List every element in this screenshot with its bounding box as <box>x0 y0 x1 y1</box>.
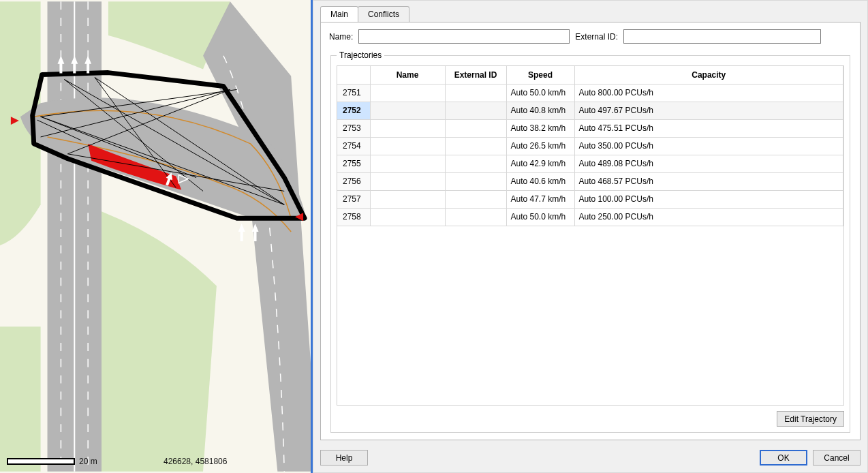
map-viewport[interactable]: 20 m 426628, 4581806 <box>0 0 313 473</box>
col-header-speed[interactable]: Speed <box>506 66 574 84</box>
cell-capacity[interactable]: Auto 497.67 PCUs/h <box>574 102 843 119</box>
table-row[interactable]: 2755Auto 42.9 km/hAuto 489.08 PCUs/h <box>337 155 843 172</box>
col-header-external-id[interactable]: External ID <box>445 66 506 84</box>
cell-external-id[interactable] <box>445 172 506 190</box>
cell-name[interactable] <box>370 155 445 172</box>
cell-external-id[interactable] <box>445 137 506 155</box>
cell-id[interactable]: 2754 <box>337 137 370 155</box>
map-scale: 20 m <box>7 457 97 466</box>
external-id-field[interactable] <box>623 29 821 44</box>
table-row[interactable]: 2753Auto 38.2 km/hAuto 475.51 PCUs/h <box>337 119 843 137</box>
cell-external-id[interactable] <box>445 119 506 137</box>
external-id-label: External ID: <box>575 32 618 42</box>
trajectories-table[interactable]: Name External ID Speed Capacity 2751Auto… <box>337 66 843 226</box>
cell-id[interactable]: 2751 <box>337 84 370 102</box>
cell-name[interactable] <box>370 137 445 155</box>
cell-id[interactable]: 2756 <box>337 172 370 190</box>
road-map-svg <box>0 0 311 473</box>
cell-external-id[interactable] <box>445 208 506 226</box>
ok-button[interactable]: OK <box>760 450 807 466</box>
cell-speed[interactable]: Auto 40.6 km/h <box>506 172 574 190</box>
cell-external-id[interactable] <box>445 102 506 119</box>
tab-conflicts[interactable]: Conflicts <box>358 6 409 22</box>
cell-speed[interactable]: Auto 47.7 km/h <box>506 190 574 208</box>
cell-id[interactable]: 2752 <box>337 102 370 119</box>
trajectories-legend: Trajectories <box>337 50 384 60</box>
name-row: Name: External ID: <box>329 29 852 44</box>
tab-main[interactable]: Main <box>320 6 358 22</box>
cell-speed[interactable]: Auto 40.8 km/h <box>506 102 574 119</box>
cell-capacity[interactable]: Auto 468.57 PCUs/h <box>574 172 843 190</box>
cell-id[interactable]: 2755 <box>337 155 370 172</box>
table-row[interactable]: 2756Auto 40.6 km/hAuto 468.57 PCUs/h <box>337 172 843 190</box>
cell-external-id[interactable] <box>445 190 506 208</box>
col-header-index <box>337 66 370 84</box>
help-button[interactable]: Help <box>320 450 368 466</box>
cell-id[interactable]: 2757 <box>337 190 370 208</box>
name-label: Name: <box>329 32 353 42</box>
cell-capacity[interactable]: Auto 800.00 PCUs/h <box>574 84 843 102</box>
cell-capacity[interactable]: Auto 475.51 PCUs/h <box>574 119 843 137</box>
cell-external-id[interactable] <box>445 84 506 102</box>
table-row[interactable]: 2754Auto 26.5 km/hAuto 350.00 PCUs/h <box>337 137 843 155</box>
cell-capacity[interactable]: Auto 100.00 PCUs/h <box>574 190 843 208</box>
cell-name[interactable] <box>370 190 445 208</box>
cell-speed[interactable]: Auto 26.5 km/h <box>506 137 574 155</box>
cell-name[interactable] <box>370 208 445 226</box>
table-row[interactable]: 2757Auto 47.7 km/hAuto 100.00 PCUs/h <box>337 190 843 208</box>
cell-capacity[interactable]: Auto 489.08 PCUs/h <box>574 155 843 172</box>
scale-label: 20 m <box>79 457 97 466</box>
name-field[interactable] <box>358 29 570 44</box>
table-row[interactable]: 2752Auto 40.8 km/hAuto 497.67 PCUs/h <box>337 102 843 119</box>
cell-speed[interactable]: Auto 38.2 km/h <box>506 119 574 137</box>
cell-name[interactable] <box>370 172 445 190</box>
trajectories-group: Trajectories Name External ID Speed <box>330 50 850 433</box>
dialog-button-bar: Help OK Cancel <box>313 446 867 472</box>
table-header-row: Name External ID Speed Capacity <box>337 66 843 84</box>
cell-name[interactable] <box>370 119 445 137</box>
cell-speed[interactable]: Auto 42.9 km/h <box>506 155 574 172</box>
cell-capacity[interactable]: Auto 350.00 PCUs/h <box>574 137 843 155</box>
cell-name[interactable] <box>370 84 445 102</box>
trajectories-table-wrap: Name External ID Speed Capacity 2751Auto… <box>337 65 844 406</box>
cell-capacity[interactable]: Auto 250.00 PCUs/h <box>574 208 843 226</box>
cancel-button[interactable]: Cancel <box>813 450 861 466</box>
col-header-capacity[interactable]: Capacity <box>574 66 843 84</box>
table-row[interactable]: 2751Auto 50.0 km/hAuto 800.00 PCUs/h <box>337 84 843 102</box>
cell-id[interactable]: 2753 <box>337 119 370 137</box>
node-editor-dialog: Main Conflicts Name: External ID: Trajec… <box>313 0 868 473</box>
table-row[interactable]: 2758Auto 50.0 km/hAuto 250.00 PCUs/h <box>337 208 843 226</box>
scale-bar-icon <box>7 458 75 465</box>
cell-speed[interactable]: Auto 50.0 km/h <box>506 208 574 226</box>
map-coordinates: 426628, 4581806 <box>164 457 227 466</box>
tab-strip: Main Conflicts <box>313 1 867 22</box>
cell-speed[interactable]: Auto 50.0 km/h <box>506 84 574 102</box>
tab-main-body: Name: External ID: Trajectories <box>320 22 861 440</box>
col-header-name[interactable]: Name <box>370 66 445 84</box>
cell-id[interactable]: 2758 <box>337 208 370 226</box>
edit-trajectory-button[interactable]: Edit Trajectory <box>777 411 844 427</box>
cell-name[interactable] <box>370 102 445 119</box>
cell-external-id[interactable] <box>445 155 506 172</box>
